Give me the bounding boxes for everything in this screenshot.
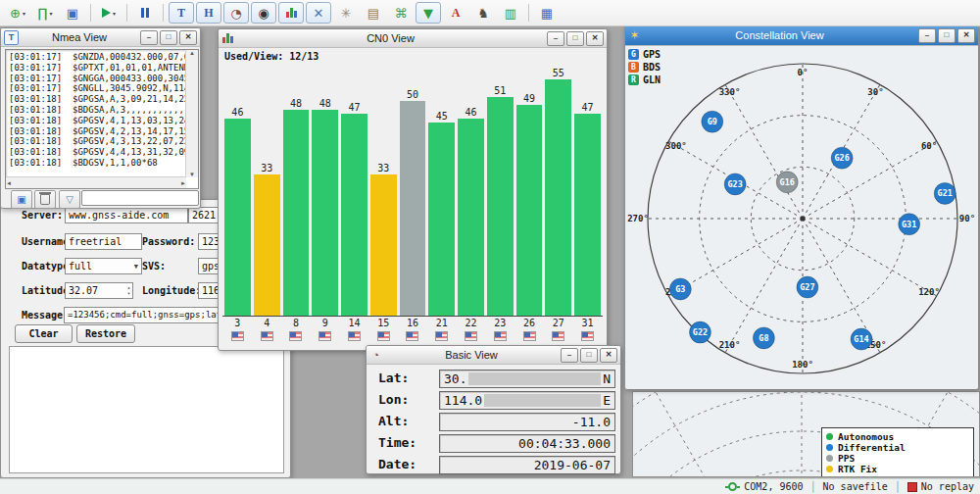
save-button[interactable]: ▣ <box>60 2 85 24</box>
scroll-up-icon[interactable]: ▲ <box>186 50 198 56</box>
hex-view-button[interactable]: H <box>196 2 221 24</box>
cn0-value-label: 48 <box>319 98 331 109</box>
close-button[interactable]: ✕ <box>179 30 197 45</box>
cn0-column-15: 3315 <box>370 66 397 343</box>
basic-time-label: Time: <box>378 435 416 450</box>
layout-table-icon: ▦ <box>541 7 553 20</box>
update-button[interactable]: ▼ <box>416 2 441 24</box>
scroll-right-icon[interactable]: ► <box>180 180 186 186</box>
legend-label: PPS <box>838 453 855 464</box>
basic-lon-label: Lon: <box>378 392 409 407</box>
minimize-button[interactable]: – <box>140 30 158 45</box>
constellation-view-button[interactable]: ✕ <box>306 2 331 24</box>
device-tree-button[interactable]: ⌘ <box>388 2 414 24</box>
basic-view-titlebar[interactable]: ◔ Basic View – □ ✕ <box>367 346 620 365</box>
clipboard-button[interactable]: ▤ <box>361 2 386 24</box>
maximize-button[interactable]: □ <box>160 30 177 45</box>
username-field[interactable]: freetrial <box>65 233 142 250</box>
filter-icon: ▽ <box>66 194 74 205</box>
layout-table-button[interactable]: ▦ <box>534 2 560 24</box>
cn0-column-26: 4926 <box>516 66 543 343</box>
cn0-value-label: 55 <box>553 68 564 78</box>
cn0-view-titlebar[interactable]: CN0 View – □ ✕ <box>219 29 607 48</box>
fix-legend-differential: Differential <box>826 442 969 453</box>
filter-button[interactable]: ▽ <box>59 190 80 209</box>
cn0-bar-27 <box>545 79 571 317</box>
restore-button[interactable]: Restore <box>76 324 135 343</box>
chevron-down-icon[interactable]: ▾ <box>113 10 116 17</box>
bird-button[interactable]: ♞ <box>470 2 496 24</box>
minimize-button[interactable]: – <box>561 348 578 363</box>
satellite-G14: G14 <box>851 328 872 350</box>
close-button[interactable]: ✕ <box>957 28 975 43</box>
window-title: Basic View <box>384 349 559 361</box>
fix-legend-rtk-float: RTK Float <box>826 474 969 477</box>
battery-icon: ▥ <box>505 7 516 20</box>
legend-bds-icon: B <box>628 62 639 73</box>
value-suffix: E <box>603 393 611 408</box>
close-button[interactable]: ✕ <box>600 348 617 363</box>
font-button[interactable]: A <box>443 2 468 24</box>
redaction-box <box>484 394 601 407</box>
cn0-bar-3 <box>224 119 251 317</box>
minimize-button[interactable]: – <box>547 31 564 46</box>
chevron-down-icon[interactable]: ▾ <box>49 10 52 17</box>
fix-legend-autonomous: Autonomous <box>826 431 969 442</box>
basic-row-lat: Lat:30.N <box>367 370 620 388</box>
font-icon: A <box>452 6 461 21</box>
settings-button[interactable]: ✳ <box>333 2 359 24</box>
value-prefix: 114.0 <box>444 393 482 408</box>
battery-button[interactable]: ▥ <box>498 2 523 24</box>
chevron-down-icon[interactable]: ▾ <box>23 10 25 17</box>
cn0-category-label: 8 <box>293 317 299 329</box>
nmea-message-list[interactable]: [03:01:17] $GNZDA,000432.000,07,06,2019 … <box>5 49 199 189</box>
cn0-column-22: 4622 <box>458 66 484 343</box>
svg-text:210°: 210° <box>719 340 741 350</box>
svg-text:G8: G8 <box>759 333 768 343</box>
satellite-G26: G26 <box>831 147 853 169</box>
maximize-button[interactable]: □ <box>938 28 956 43</box>
cn0-bar-15 <box>370 174 397 317</box>
nmea-view-titlebar[interactable]: T Nmea View – □ ✕ <box>1 28 200 47</box>
legend-dot-icon <box>826 455 833 462</box>
latitude-spinner[interactable]: 32.07 ▴▾ <box>65 282 133 299</box>
gps-flag-icon <box>465 331 477 341</box>
minimize-button[interactable]: – <box>918 28 936 43</box>
clear-button[interactable]: Clear <box>15 324 73 343</box>
svg-text:120°: 120° <box>918 287 940 297</box>
window-title: CN0 View <box>236 32 545 44</box>
basic-row-date: Date:2019-06-07 <box>367 456 620 474</box>
nmea-text-view-button[interactable]: T <box>169 2 194 24</box>
constellation-legend: GGPSBBDSRGLN <box>628 48 661 86</box>
cn0-value-label: 33 <box>377 163 389 173</box>
server-field[interactable]: www.gnss-aide.com <box>65 207 188 223</box>
basic-lat-label: Lat: <box>378 370 409 385</box>
main-toolbar: ⊕▾∏▾▣▾TH◔◉✕✳▤⌘▼A♞▥▦ <box>0 0 980 26</box>
datatype-select[interactable]: full ▼ <box>65 258 142 274</box>
gps-flag-icon <box>581 331 594 341</box>
log-button[interactable]: ▣ <box>11 190 32 209</box>
track-view-button[interactable]: ◉ <box>251 2 276 24</box>
savefile-status: No savefile <box>823 481 888 492</box>
connect-button[interactable]: ⊕▾ <box>5 2 30 24</box>
constellation-view-titlebar[interactable]: ✶ Constellation View – □ ✕ <box>625 25 978 46</box>
cn0-view-button[interactable] <box>278 2 304 24</box>
scroll-left-icon[interactable]: ◄ <box>6 180 12 186</box>
svg-text:G27: G27 <box>800 282 814 292</box>
data-stream-button[interactable]: ∏▾ <box>32 2 58 24</box>
cn0-view-window: CN0 View – □ ✕ Used/View: 12/13 46333448… <box>218 28 608 351</box>
delete-button[interactable] <box>34 190 56 209</box>
ntrip-console-area[interactable] <box>9 346 284 473</box>
pause-button[interactable] <box>132 2 158 24</box>
maximize-button[interactable]: □ <box>580 348 598 363</box>
scroll-down-icon[interactable]: ▼ <box>186 172 198 177</box>
vertical-scrollbar[interactable]: ▲ ▼ <box>185 50 198 177</box>
spinner-arrows-icon[interactable]: ▴▾ <box>127 284 130 296</box>
close-button[interactable]: ✕ <box>586 31 604 46</box>
basic-view-button[interactable]: ◔ <box>223 2 249 24</box>
play-button[interactable]: ▾ <box>96 2 122 24</box>
maximize-button[interactable]: □ <box>566 31 584 46</box>
horizontal-scrollbar[interactable]: ◄ ► <box>6 176 186 188</box>
filter-input[interactable] <box>81 190 199 206</box>
legend-dot-icon <box>826 444 833 451</box>
